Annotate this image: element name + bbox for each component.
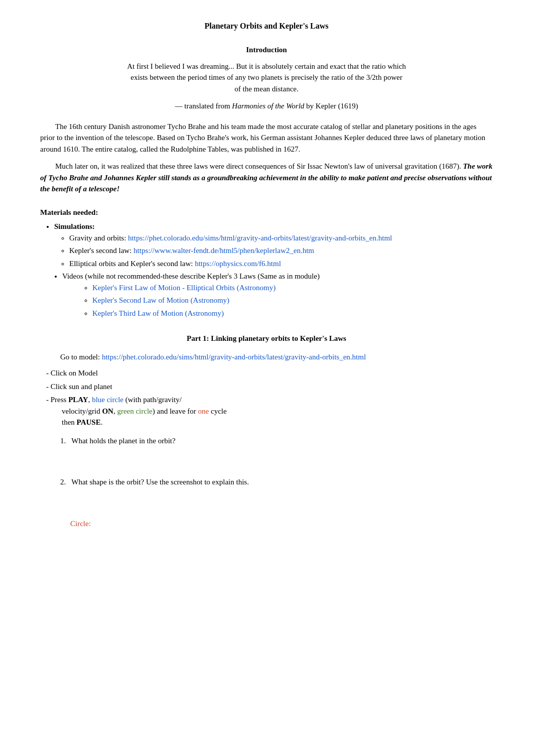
part1-section: Part 1: Linking planetary orbits to Kepl…	[40, 333, 493, 529]
video2-link[interactable]: Kepler's Second Law of Motion (Astronomy…	[92, 296, 229, 304]
instruction-list: Click on Model Click sun and planet Pres…	[46, 367, 493, 428]
video2-item: Kepler's Second Law of Motion (Astronomy…	[92, 295, 493, 306]
q2-label: 2.	[60, 478, 66, 486]
intro-section: Introduction At first I believed I was d…	[40, 44, 493, 195]
sim1-item: Gravity and orbits: https://phet.colorad…	[69, 232, 493, 244]
go-to-link[interactable]: https://phet.colorado.edu/sims/html/grav…	[102, 353, 366, 361]
videos-list: Kepler's First Law of Motion - Elliptica…	[92, 282, 493, 319]
question-1: 1. What holds the planet in the orbit?	[60, 435, 493, 447]
sim2-link[interactable]: https://www.walter-fendt.de/html5/phen/k…	[134, 246, 314, 255]
intro-title: Introduction	[40, 44, 493, 56]
question-block: 1. What holds the planet in the orbit? 2…	[60, 435, 493, 488]
quote-block: At first I believed I was dreaming... Bu…	[40, 61, 493, 95]
simulations-list: Gravity and orbits: https://phet.colorad…	[69, 232, 493, 319]
video1-link[interactable]: Kepler's First Law of Motion - Elliptica…	[92, 284, 276, 292]
instruction-3: Press PLAY, blue circle (with path/gravi…	[46, 394, 493, 428]
go-to-model: Go to model: https://phet.colorado.edu/s…	[60, 351, 493, 363]
sim3-item: Elliptical orbits and Kepler's second la…	[69, 258, 493, 270]
video3-item: Kepler's Third Law of Motion (Astronomy)	[92, 308, 493, 319]
q1-text: What holds the planet in the orbit?	[71, 437, 175, 445]
simulations-item: Simulations: Gravity and orbits: https:/…	[54, 221, 493, 319]
sim3-link[interactable]: https://ophysics.com/f6.html	[195, 260, 281, 268]
sim2-item: Kepler's second law: https://www.walter-…	[69, 245, 493, 257]
para2-start: Much later on, it was realized that thes…	[55, 162, 463, 170]
question-2: 2. What shape is the orbit? Use the scre…	[60, 476, 493, 488]
q2-text: What shape is the orbit? Use the screens…	[71, 478, 249, 486]
instruction-1: Click on Model	[46, 367, 493, 379]
video3-link[interactable]: Kepler's Third Law of Motion (Astronomy)	[92, 309, 224, 317]
circle-answer: Circle:	[70, 518, 493, 530]
intro-para2: Much later on, it was realized that thes…	[40, 161, 493, 195]
instruction-2: Click sun and planet	[46, 381, 493, 393]
quote-line2: exists between the period times of any t…	[130, 73, 403, 81]
sim1-link[interactable]: https://phet.colorado.edu/sims/html/grav…	[128, 234, 392, 242]
part1-title: Part 1: Linking planetary orbits to Kepl…	[40, 333, 493, 344]
top-list: Simulations: Gravity and orbits: https:/…	[54, 221, 493, 319]
video1-item: Kepler's First Law of Motion - Elliptica…	[92, 282, 493, 294]
quote-line1: At first I believed I was dreaming... Bu…	[127, 62, 406, 70]
q1-label: 1.	[60, 437, 66, 445]
quote-line3: of the mean distance.	[234, 85, 298, 93]
main-title: Planetary Orbits and Kepler's Laws	[40, 20, 493, 32]
videos-item: Videos (while not recommended-these desc…	[62, 271, 493, 319]
quote-attribution: — translated from Harmonies of the World…	[40, 100, 493, 112]
materials-heading: Materials needed:	[40, 207, 493, 218]
intro-para1: The 16th century Danish astronomer Tycho…	[40, 121, 493, 155]
materials-section: Materials needed: Simulations: Gravity a…	[40, 207, 493, 319]
